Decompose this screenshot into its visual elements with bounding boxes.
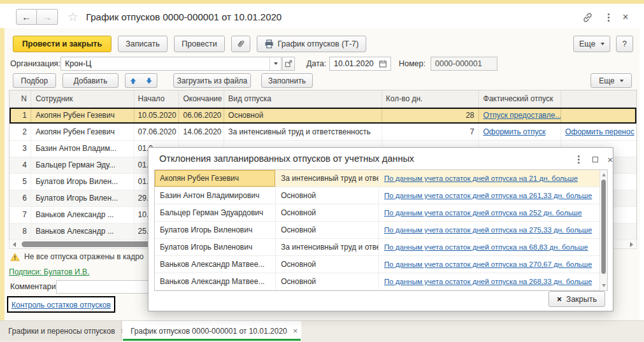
actual-vacation-link[interactable]: Отпуск предоставле... — [483, 111, 562, 120]
scroll-left-icon[interactable] — [13, 242, 16, 247]
deviation-row[interactable]: Булатов Игорь ВиленовичЗа интенсивный тр… — [155, 239, 607, 256]
dialog-maximize-icon[interactable] — [589, 153, 601, 165]
calendar-icon[interactable] — [379, 60, 387, 68]
load-from-file-button[interactable]: Загрузить из файла — [173, 73, 251, 88]
column-header-5[interactable]: Вид отпуска — [224, 90, 382, 107]
number-field[interactable]: 0000-000001 — [431, 57, 497, 71]
column-header-8[interactable] — [561, 90, 636, 107]
cell-actual-vacation: Оформить отпуск — [479, 124, 562, 140]
deviation-employee: Базин Антон Владимирович — [155, 187, 276, 204]
post-button[interactable]: Провести — [174, 36, 225, 52]
deviation-employee: Ваньков Александр Матвее... — [155, 273, 276, 290]
kebab-dots — [608, 13, 610, 22]
tab-label: График отпусков 0000-000001 от 10.01.202… — [131, 327, 287, 336]
vacation-balance-control-box[interactable]: Контроль остатков отпусков — [7, 296, 115, 313]
deviation-employee: Булатов Игорь Виленович — [155, 239, 276, 255]
cell-employee: Акопян Рубен Гезевич — [31, 108, 134, 124]
dialog-close-icon[interactable]: × — [605, 153, 616, 165]
write-button[interactable]: Записать — [118, 36, 168, 52]
tab-2[interactable]: График отпусков 0000-000001 от 10.01.202… — [122, 321, 301, 341]
cell-row-number: 8 — [10, 224, 31, 239]
attachments-button[interactable] — [231, 36, 250, 52]
app-window: ← → ☆ График отпусков 0000-000001 от 10.… — [0, 0, 644, 342]
deviation-link-cell: По данным учета остаток дней отпуска на … — [379, 222, 607, 238]
nav-forward-button[interactable]: → — [37, 9, 58, 25]
deviation-vacation-type: Основной — [276, 273, 379, 290]
deviation-vacation-type: Основной — [276, 256, 379, 273]
column-header-2[interactable]: Сотрудник — [31, 90, 134, 107]
warning-icon — [10, 253, 20, 261]
table-row[interactable]: 1Акопян Рубен Гезевич10.05.202006.06.202… — [10, 108, 636, 124]
cell-start-date: 07.06.2020 — [134, 124, 180, 140]
cell-row-number: 7 — [10, 207, 31, 223]
deviation-detail-link[interactable]: По данным учета остаток дней отпуска на … — [384, 209, 582, 217]
deviation-detail-link[interactable]: По данным учета остаток дней отпуска на … — [384, 192, 592, 199]
scroll-right-icon[interactable] — [630, 242, 633, 247]
comment-label: Комментарий: — [10, 282, 62, 291]
scroll-down-icon[interactable] — [602, 284, 606, 287]
add-button[interactable]: Добавить — [62, 73, 118, 88]
dialog-menu-icon[interactable] — [573, 153, 584, 165]
cell-employee: Булатов Игорь Вилен... — [31, 190, 134, 206]
move-up-button[interactable] — [125, 73, 141, 88]
deviation-row[interactable]: Булатов Игорь ВиленовичОсновнойПо данным… — [155, 222, 607, 239]
vacation-balance-control-link[interactable]: Контроль остатков отпусков — [11, 301, 111, 310]
deviation-detail-link[interactable]: По данным учета остаток дней отпуска на … — [384, 226, 592, 234]
back-arrow-icon: ← — [22, 11, 31, 22]
dialog-vertical-scrollbar[interactable] — [599, 170, 607, 290]
page-title: График отпусков 0000-000001 от 10.01.202… — [86, 11, 282, 22]
column-header-1[interactable]: N — [10, 90, 31, 107]
date-field[interactable]: 10.01.2020 — [329, 57, 391, 71]
deviation-detail-link[interactable]: По данным учета остаток дней отпуска на … — [384, 243, 588, 251]
help-button[interactable]: ? — [616, 36, 633, 52]
vertical-scroll-thumb[interactable] — [601, 180, 606, 274]
nav-back-button[interactable]: ← — [16, 9, 37, 25]
more-button-table[interactable]: Еще — [590, 73, 632, 88]
deviation-detail-link[interactable]: По данным учета остаток дней отпуска на … — [384, 260, 592, 268]
deviation-vacation-type: За интенсивный труд и отве... — [276, 170, 379, 187]
deviation-employee: Ваньков Александр Матвее... — [155, 256, 276, 273]
table-row[interactable]: 2Акопян Рубен Гезевич07.06.202014.06.202… — [10, 124, 636, 141]
organization-open-button[interactable] — [282, 57, 295, 71]
deviation-row[interactable]: Базин Антон ВладимировичОсновнойПо данны… — [155, 187, 607, 204]
column-header-4[interactable]: Окончание — [179, 90, 224, 107]
scroll-up-icon[interactable] — [602, 173, 606, 176]
deviation-link-cell: По данным учета остаток дней отпуска на … — [379, 204, 607, 221]
deviation-row[interactable]: Ваньков Александр Матвее...ОсновнойПо да… — [155, 273, 607, 290]
deviation-employee: Бальцер Герман Эдуардович — [155, 204, 276, 221]
favorite-star-icon[interactable]: ☆ — [68, 10, 78, 24]
organization-dropdown-icon[interactable] — [269, 57, 281, 70]
warning-row: Не все отпуска отражены в кадро — [10, 252, 144, 261]
deviation-row[interactable]: Акопян Рубен ГезевичЗа интенсивный труд … — [155, 170, 607, 187]
tab-close-icon[interactable]: × — [293, 326, 298, 336]
post-and-close-button[interactable]: Провести и закрыть — [13, 36, 111, 52]
window-close-icon[interactable]: × — [619, 11, 632, 24]
column-header-6[interactable]: Кол-во дн. — [382, 90, 479, 107]
transfer-link[interactable]: Оформить перенос — [565, 127, 634, 136]
column-header-3[interactable]: Начало — [134, 90, 180, 107]
window-header: ← → ☆ График отпусков 0000-000001 от 10.… — [4, 4, 640, 28]
close-x-icon: × — [557, 294, 562, 304]
deviation-row[interactable]: Бальцер Герман ЭдуардовичОсновнойПо данн… — [155, 204, 607, 222]
maximize-square — [592, 157, 598, 162]
signatures-link[interactable]: Подписи: Булатов И.В. — [9, 267, 89, 276]
get-link-icon[interactable] — [581, 11, 594, 24]
actual-vacation-link[interactable]: Оформить отпуск — [483, 127, 546, 136]
organization-field[interactable]: Крон-Ц — [61, 57, 282, 71]
column-header-7[interactable]: Фактический отпуск — [479, 90, 562, 107]
more-button-top[interactable]: Еще — [573, 36, 610, 52]
dialog-close-button[interactable]: × Закрыть — [548, 291, 605, 307]
deviation-detail-link[interactable]: По данным учета остаток дней отпуска на … — [384, 175, 578, 182]
pick-button[interactable]: Подбор — [13, 73, 56, 88]
print-t7-button[interactable]: График отпусков (Т-7) — [257, 36, 366, 52]
deviation-link-cell: По данным учета остаток дней отпуска на … — [379, 256, 607, 273]
window-menu-icon[interactable] — [602, 11, 615, 24]
fill-button[interactable]: Заполнить — [261, 73, 313, 88]
deviation-link-cell: По данным учета остаток дней отпуска на … — [379, 170, 607, 187]
deviation-row[interactable]: Ваньков Александр Матвее...ОсновнойПо да… — [155, 256, 607, 273]
deviation-detail-link[interactable]: По данным учета остаток дней отпуска на … — [384, 278, 592, 285]
move-down-button[interactable] — [141, 73, 157, 88]
modal-list: Акопян Рубен ГезевичЗа интенсивный труд … — [155, 170, 607, 290]
cell-vacation-type: Основной — [224, 108, 382, 124]
tab-1[interactable]: Графики и переносы отпусков× — [0, 321, 122, 341]
